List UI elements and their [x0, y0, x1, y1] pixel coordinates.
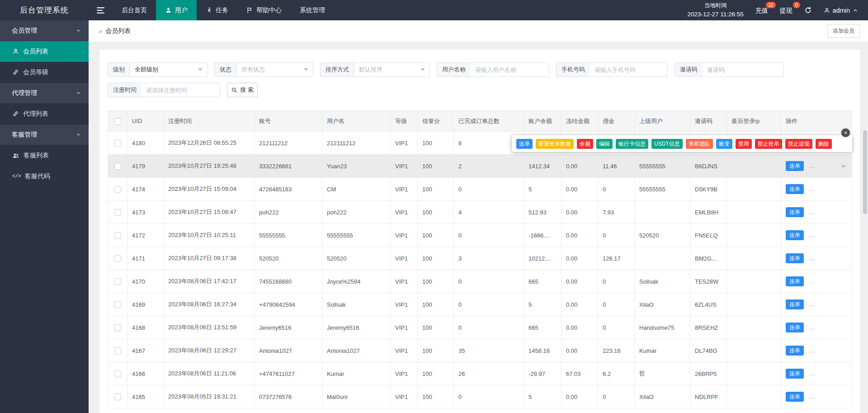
more-actions-button[interactable]: ...	[810, 255, 816, 261]
phone-input[interactable]	[590, 62, 668, 77]
menu-system[interactable]: 系统管理	[291, 0, 334, 20]
cell-uid: 4179	[127, 155, 164, 178]
refresh-button[interactable]	[804, 6, 812, 14]
row-checkbox[interactable]	[114, 232, 121, 239]
status-select[interactable]: 所有状态	[236, 62, 313, 77]
popup-action-button[interactable]: 连单	[516, 139, 533, 149]
sidebar-group-member[interactable]: 会员管理	[0, 20, 89, 41]
popup-action-button[interactable]: USDT信息	[651, 139, 683, 149]
cell-account: 4726485183	[255, 178, 322, 201]
cell-orders: 26	[454, 362, 524, 385]
close-icon[interactable]: ×	[841, 128, 850, 137]
popup-action-button[interactable]: 账变	[716, 139, 732, 149]
cell-username: Joyce%2594	[322, 270, 391, 293]
menu-task[interactable]: 任务	[197, 0, 237, 20]
menu-user[interactable]: 用户	[156, 0, 197, 20]
liandan-button[interactable]: 连单	[786, 392, 804, 402]
popup-action-button[interactable]: 删除	[816, 139, 832, 149]
liandan-button[interactable]: 连单	[786, 161, 804, 171]
select-all-checkbox[interactable]	[114, 118, 121, 125]
row-checkbox[interactable]	[114, 140, 121, 147]
page-title: 会员列表	[105, 27, 131, 35]
sidebar: 会员管理 会员列表 会员等级 代理管理 代理列表 客服管理 客服列表 </> 客…	[0, 20, 89, 413]
task-walker-icon	[206, 7, 212, 14]
row-checkbox[interactable]	[114, 324, 121, 331]
popup-action-button[interactable]: 编辑	[596, 139, 613, 149]
cell-regtime: 2023年10月27日 15:08:47	[164, 201, 255, 224]
search-button[interactable]: 搜 索	[227, 83, 258, 97]
vertical-scrollbar-thumb[interactable]	[863, 130, 867, 214]
more-actions-button[interactable]: ...	[810, 347, 816, 354]
row-checkbox[interactable]	[114, 301, 121, 308]
more-actions-button[interactable]: ...	[810, 278, 816, 285]
cell-lastip	[727, 270, 781, 293]
more-actions-button[interactable]: ...	[810, 185, 816, 192]
withdraw-button[interactable]: 提现 0	[780, 6, 793, 15]
sidebar-item-service-code[interactable]: </> 客服代码	[0, 166, 89, 187]
sidebar-item-member-level[interactable]: 会员等级	[0, 62, 89, 83]
cell-uid: 4168	[127, 316, 164, 339]
popup-action-button[interactable]: 禁止提现	[785, 139, 812, 149]
sidebar-item-agent-list[interactable]: 代理列表	[0, 104, 89, 124]
row-checkbox[interactable]	[114, 370, 121, 377]
account-menu[interactable]: admin	[824, 7, 858, 14]
sidebar-item-service-list[interactable]: 客服列表	[0, 145, 89, 166]
menu-help[interactable]: 帮助中心	[237, 0, 291, 20]
cell-credit: 100	[418, 385, 454, 408]
cell-invite: TES28W	[690, 270, 727, 293]
cell-uid: 4172	[127, 224, 164, 247]
liandan-button[interactable]: 连单	[786, 276, 804, 286]
sidebar-toggle-button[interactable]	[89, 0, 113, 20]
cell-username: 55555555	[322, 224, 391, 247]
row-checkbox[interactable]	[114, 394, 121, 400]
sort-select[interactable]: 默认排序	[354, 62, 430, 77]
more-actions-button[interactable]: ...	[810, 209, 816, 215]
liandan-button[interactable]: 连单	[786, 184, 804, 194]
popup-action-button[interactable]: 余额	[577, 139, 593, 149]
liandan-button[interactable]: 连单	[786, 230, 804, 240]
sidebar-item-member-list[interactable]: 会员列表	[0, 41, 89, 62]
row-checkbox[interactable]	[114, 209, 121, 216]
sidebar-group-agent[interactable]: 代理管理	[0, 83, 89, 104]
row-checkbox[interactable]	[114, 163, 121, 170]
more-actions-button[interactable]: ...	[810, 232, 816, 238]
liandan-button[interactable]: 连单	[786, 369, 804, 379]
cell-level: VIP1	[391, 132, 418, 155]
cell-commission: 0	[598, 316, 635, 339]
liandan-button[interactable]: 连单	[786, 207, 804, 217]
regtime-input[interactable]	[142, 83, 220, 97]
cell-invite: DL74BG	[690, 339, 727, 362]
sidebar-group-service[interactable]: 客服管理	[0, 124, 89, 145]
cell-commission: 7.93	[598, 201, 635, 224]
popup-action-button[interactable]: 重置抢单数量	[536, 139, 574, 149]
row-checkbox[interactable]	[114, 278, 121, 285]
popup-action-button[interactable]: 禁用	[736, 139, 752, 149]
username-input[interactable]	[471, 62, 549, 77]
liandan-button[interactable]: 连单	[786, 323, 804, 332]
cell-credit: 100	[418, 339, 454, 362]
cell-orders: 35	[454, 339, 524, 362]
popup-action-button[interactable]: 银行卡信息	[616, 139, 648, 149]
level-select[interactable]: 全部级别	[130, 62, 208, 77]
row-checkbox[interactable]	[114, 255, 121, 262]
popup-action-button[interactable]: 禁止抢单	[755, 139, 782, 149]
popup-action-button[interactable]: 查看团队	[686, 139, 713, 149]
invite-input[interactable]	[703, 62, 784, 77]
more-actions-button[interactable]: ...	[810, 393, 816, 400]
expand-row-icon[interactable]	[840, 162, 847, 170]
more-actions-button[interactable]: ...	[810, 324, 816, 331]
recharge-button[interactable]: 充值 32	[755, 6, 768, 15]
row-checkbox[interactable]	[114, 347, 121, 354]
more-actions-button[interactable]: ...	[810, 301, 816, 308]
liandan-button[interactable]: 连单	[786, 346, 804, 356]
liandan-button[interactable]: 连单	[786, 253, 804, 263]
menu-home[interactable]: 后台首页	[113, 0, 156, 20]
liandan-button[interactable]: 连单	[786, 299, 804, 309]
cell-level: VIP1	[391, 362, 418, 385]
add-member-button[interactable]: 添加会员	[827, 24, 860, 38]
row-checkbox[interactable]	[114, 186, 121, 193]
more-actions-button[interactable]: ...	[810, 370, 816, 377]
more-actions-button[interactable]: ...	[810, 162, 816, 169]
cell-frozen: 0.00	[561, 339, 598, 362]
cell-orders: 0	[454, 270, 524, 293]
